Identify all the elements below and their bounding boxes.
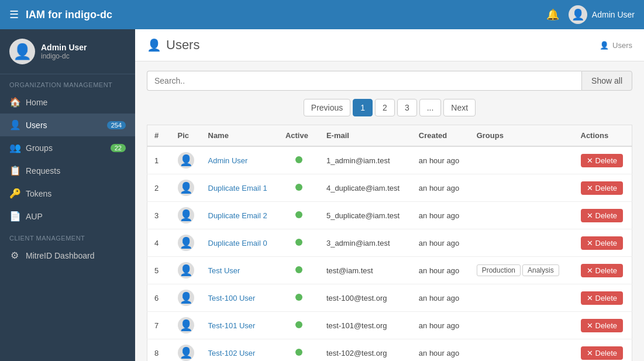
active-status-dot: [295, 239, 302, 246]
cell-created: an hour ago: [412, 339, 470, 362]
col-header-pic: Pic: [171, 125, 201, 147]
navbar-user[interactable]: 👤 Admin User: [569, 5, 635, 24]
pagination: Previous 1 2 3 ... Next: [147, 99, 632, 116]
search-input[interactable]: [147, 71, 581, 91]
sidebar-profile-org: indigo-dc: [41, 52, 87, 60]
cell-name: Duplicate Email 1: [201, 174, 278, 202]
page-button-3[interactable]: 3: [397, 99, 417, 116]
cell-active: [278, 257, 319, 284]
table-row: 6👤Test-100 Usertest-100@test.organ hour …: [147, 284, 632, 312]
tokens-icon: 🔑: [9, 188, 20, 199]
sidebar-item-tokens[interactable]: 🔑 Tokens: [0, 182, 135, 205]
delete-button[interactable]: ✕ Delete: [581, 154, 624, 167]
user-avatar: 👤: [178, 180, 194, 196]
delete-button[interactable]: ✕ Delete: [581, 319, 624, 332]
user-name-link[interactable]: Test User: [208, 266, 240, 275]
cell-num: 1: [147, 146, 171, 174]
cell-actions: ✕ Delete: [574, 174, 632, 202]
active-status-dot: [295, 156, 302, 163]
previous-button[interactable]: Previous: [304, 99, 350, 116]
sidebar-item-label-users: Users: [26, 121, 47, 130]
bell-icon[interactable]: 🔔: [546, 8, 559, 21]
cell-created: an hour ago: [412, 229, 470, 257]
active-status-dot: [295, 266, 302, 273]
sidebar-item-mitreid[interactable]: ⚙ MitreID Dashboard: [0, 244, 135, 267]
cell-active: [278, 229, 319, 257]
requests-icon: 📋: [9, 165, 20, 176]
next-button[interactable]: Next: [443, 99, 476, 116]
table-row: 3👤Duplicate Email 25_duplicate@iam.testa…: [147, 202, 632, 229]
user-name-link[interactable]: Test-100 User: [208, 294, 256, 302]
user-name-link[interactable]: Duplicate Email 0: [208, 239, 267, 247]
cell-email: 3_admin@iam.test: [319, 229, 412, 257]
user-name-link[interactable]: Admin User: [208, 156, 248, 165]
user-avatar: 👤: [178, 262, 194, 279]
cell-actions: ✕ Delete: [574, 312, 632, 339]
sidebar-section-client: Client management: [0, 228, 135, 244]
active-status-dot: [295, 349, 302, 356]
delete-button[interactable]: ✕ Delete: [581, 181, 624, 195]
cell-groups: [470, 174, 574, 202]
cell-created: an hour ago: [412, 257, 470, 284]
delete-button[interactable]: ✕ Delete: [581, 236, 624, 250]
cell-email: 5_duplicate@iam.test: [319, 202, 412, 229]
table-row: 7👤Test-101 Usertest-101@test.organ hour …: [147, 312, 632, 339]
group-badge: Analysis: [522, 264, 559, 276]
sidebar-item-label-aup: AUP: [26, 212, 43, 221]
cell-pic: 👤: [171, 257, 201, 284]
sidebar-avatar-icon: 👤: [13, 43, 32, 61]
sidebar-item-label-home: Home: [26, 98, 47, 107]
table-row: 1👤Admin User1_admin@iam.testan hour ago✕…: [147, 146, 632, 174]
delete-button[interactable]: ✕ Delete: [581, 291, 624, 305]
page-button-ellipsis[interactable]: ...: [419, 99, 442, 116]
cell-actions: ✕ Delete: [574, 339, 632, 362]
user-avatar: 👤: [178, 345, 194, 361]
active-status-dot: [295, 184, 302, 191]
hamburger-icon[interactable]: ☰: [9, 8, 19, 21]
col-header-groups: Groups: [470, 125, 574, 147]
cell-pic: 👤: [171, 174, 201, 202]
sidebar-item-users[interactable]: 👤 Users 254: [0, 114, 135, 136]
users-table: # Pic Name Active E-mail Created Groups …: [147, 125, 632, 361]
delete-icon: ✕: [587, 349, 593, 357]
cell-email: test@iam.test: [319, 257, 412, 284]
show-all-button[interactable]: Show all: [581, 71, 632, 91]
navbar-username: Admin User: [592, 10, 635, 19]
delete-button[interactable]: ✕ Delete: [581, 209, 624, 222]
col-header-active: Active: [278, 125, 319, 147]
user-pic-icon: 👤: [180, 181, 192, 194]
cell-created: an hour ago: [412, 284, 470, 312]
user-pic-icon: 👤: [180, 291, 192, 304]
delete-icon: ✕: [587, 294, 593, 302]
cell-groups: [470, 202, 574, 229]
user-pic-icon: 👤: [180, 154, 192, 167]
cell-created: an hour ago: [412, 146, 470, 174]
cell-pic: 👤: [171, 202, 201, 229]
delete-icon: ✕: [587, 211, 593, 220]
cell-pic: 👤: [171, 339, 201, 362]
table-header: # Pic Name Active E-mail Created Groups …: [147, 125, 632, 147]
user-pic-icon: 👤: [180, 209, 192, 222]
breadcrumb: 👤 Users: [600, 41, 632, 50]
cell-num: 5: [147, 257, 171, 284]
delete-button[interactable]: ✕ Delete: [581, 346, 624, 360]
cell-active: [278, 284, 319, 312]
sidebar-item-groups[interactable]: 👥 Groups 22: [0, 136, 135, 159]
sidebar-profile-info: Admin User indigo-dc: [41, 43, 87, 60]
sidebar-item-home[interactable]: 🏠 Home: [0, 91, 135, 114]
delete-button[interactable]: ✕ Delete: [581, 264, 624, 277]
user-avatar: 👤: [178, 152, 194, 169]
user-avatar: 👤: [178, 290, 194, 306]
navbar-brand-text: IAM for: [26, 9, 65, 20]
page-button-1[interactable]: 1: [353, 99, 373, 116]
cell-active: [278, 146, 319, 174]
page-button-2[interactable]: 2: [375, 99, 395, 116]
user-name-link[interactable]: Test-102 User: [208, 349, 256, 357]
user-name-link[interactable]: Duplicate Email 2: [208, 211, 267, 220]
sidebar-item-requests[interactable]: 📋 Requests: [0, 159, 135, 182]
sidebar-item-aup[interactable]: 📄 AUP: [0, 205, 135, 228]
user-name-link[interactable]: Test-101 User: [208, 321, 256, 330]
table-row: 2👤Duplicate Email 14_duplicate@iam.testa…: [147, 174, 632, 202]
user-name-link[interactable]: Duplicate Email 1: [208, 184, 267, 192]
cell-groups: [470, 146, 574, 174]
